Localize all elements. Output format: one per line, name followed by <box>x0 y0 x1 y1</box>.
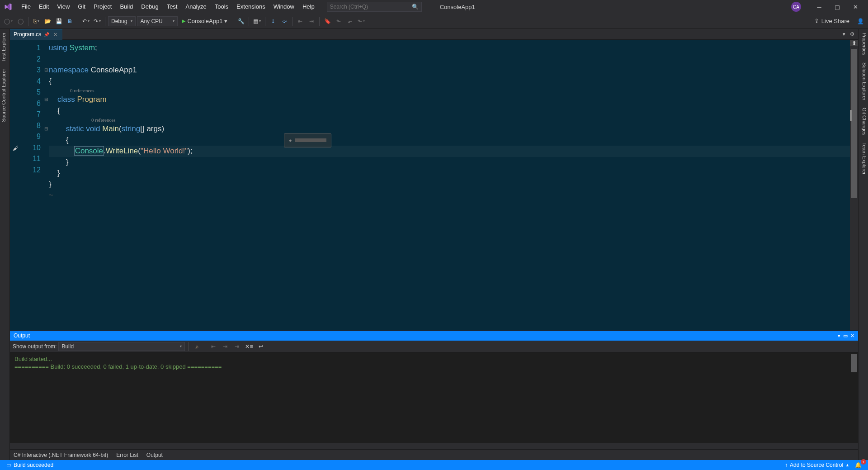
line-number: 3 <box>24 65 41 76</box>
toolbar: ◯▾ ◯ ⎘▾ 📂 💾 🗎 ↶▾ ↷▾ Debug▾ Any CPU▾ ▶ Co… <box>0 14 868 29</box>
menu-git[interactable]: Git <box>74 0 90 14</box>
output-vscroll[interactable] <box>851 354 857 372</box>
build-status[interactable]: ▭ Build succeeded <box>4 460 56 470</box>
bottom-tab-error[interactable]: Error List <box>115 450 139 460</box>
bookmark-button[interactable]: 🔖 <box>322 16 332 26</box>
config-combo[interactable]: Debug▾ <box>108 16 136 26</box>
output-source-combo[interactable]: Build▾ <box>58 342 185 351</box>
side-tab-source-control-explorer[interactable]: Source Control Explorer <box>0 65 9 125</box>
bottom-tab-output[interactable]: Output <box>146 450 164 460</box>
output-header[interactable]: Output ▾ ▭ ✕ <box>10 331 858 341</box>
glyph-margin: 🖌 <box>10 40 24 330</box>
menu-help[interactable]: Help <box>298 0 319 14</box>
nav-forward-button[interactable]: ◯ <box>15 16 25 26</box>
search-input[interactable] <box>330 4 412 10</box>
line-number: 6 <box>24 98 41 109</box>
code-area[interactable]: using System; namespace ConsoleApp1 { 0 … <box>49 40 850 330</box>
side-tab-properties[interactable]: Properties <box>859 29 868 59</box>
line-number: 5 <box>24 87 41 98</box>
tab-dropdown-button[interactable]: ▾ <box>841 30 847 38</box>
output-close-button[interactable]: ✕ <box>850 333 854 339</box>
tb-btn-1[interactable]: 🔧 <box>236 16 246 26</box>
line-number: 1 <box>24 43 41 54</box>
search-box[interactable]: 🔍 <box>327 2 422 12</box>
side-tab-test-explorer[interactable]: Test Explorer <box>0 29 9 65</box>
editor-vscroll[interactable]: ⬍ <box>850 40 858 330</box>
main-area: Test ExplorerSource Control Explorer Pro… <box>0 29 868 460</box>
save-all-button[interactable]: 🗎 <box>65 16 75 26</box>
bottom-tab-c#[interactable]: C# Interactive (.NET Framework 64-bit) <box>13 450 109 460</box>
output-from-label: Show output from: <box>13 343 57 350</box>
output-body[interactable]: Build started...========== Build: 0 succ… <box>10 352 858 443</box>
indent-left-button[interactable]: ⇤ <box>295 16 305 26</box>
step-into-button[interactable]: ⤓ <box>268 16 278 26</box>
menu-analyze[interactable]: Analyze <box>181 0 210 14</box>
platform-combo[interactable]: Any CPU▾ <box>137 16 178 26</box>
split-handle[interactable]: ⬍ <box>850 40 858 46</box>
output-line: ========== Build: 0 succeeded, 0 failed,… <box>14 363 854 370</box>
menu-file[interactable]: File <box>17 0 35 14</box>
side-tab-team-explorer[interactable]: Team Explorer <box>859 139 868 178</box>
codelens-ref[interactable]: 0 references <box>49 87 850 94</box>
prev-bookmark-button[interactable]: ⬑ <box>334 16 344 26</box>
minimize-button[interactable]: ─ <box>810 0 828 14</box>
open-file-button[interactable]: 📂 <box>42 16 52 26</box>
next-bookmark-button[interactable]: ⬐ <box>345 16 355 26</box>
menu-edit[interactable]: Edit <box>35 0 53 14</box>
save-button[interactable]: 💾 <box>54 16 64 26</box>
menu-test[interactable]: Test <box>163 0 182 14</box>
search-icon: 🔍 <box>412 4 419 10</box>
add-source-control[interactable]: ↑ Add to Source Control ▲ <box>782 460 852 470</box>
menu-tools[interactable]: Tools <box>211 0 232 14</box>
close-tab-button[interactable]: ✕ <box>52 32 59 38</box>
output-wrap-button[interactable]: ↩ <box>256 342 266 351</box>
menu-window[interactable]: Window <box>269 0 298 14</box>
redo-button[interactable]: ↷▾ <box>92 16 102 26</box>
output-clear-button[interactable]: ✕≡ <box>244 342 254 351</box>
step-over-button[interactable]: ⤼ <box>279 16 289 26</box>
output-toolbar: Show output from: Build▾ ⌕ ⇤ ⇥ ⇥ ✕≡ ↩ <box>10 341 858 352</box>
output-prev-button[interactable]: ⇤ <box>208 342 218 351</box>
menu-project[interactable]: Project <box>90 0 116 14</box>
notifications-button[interactable]: 🔔 1 <box>852 460 864 470</box>
document-tabs: Program.cs 📌 ✕ ▾ ⚙ <box>10 29 858 40</box>
inline-hint[interactable]: ● <box>284 133 331 147</box>
tab-settings-button[interactable]: ⚙ <box>848 30 856 38</box>
screwdriver-icon[interactable]: 🖌 <box>13 145 19 152</box>
close-button[interactable]: ✕ <box>846 0 864 14</box>
side-tab-git-changes[interactable]: Git Changes <box>859 104 868 139</box>
left-side-tabs: Test ExplorerSource Control Explorer <box>0 29 10 460</box>
side-tab-solution-explorer[interactable]: Solution Explorer <box>859 59 868 104</box>
output-goto-button[interactable]: ⇥ <box>232 342 242 351</box>
menu-build[interactable]: Build <box>116 0 137 14</box>
chevron-up-icon: ▲ <box>845 463 849 467</box>
menu-extensions[interactable]: Extensions <box>232 0 269 14</box>
clear-bookmarks-button[interactable]: ⬑▾ <box>356 16 366 26</box>
user-avatar[interactable]: CA <box>791 2 801 12</box>
live-share-button[interactable]: ⇪ Live Share <box>814 18 849 24</box>
output-restore-button[interactable]: ▭ <box>843 333 848 339</box>
maximize-button[interactable]: ▢ <box>828 0 846 14</box>
nav-back-button[interactable]: ◯▾ <box>3 16 14 26</box>
output-next-button[interactable]: ⇥ <box>220 342 230 351</box>
output-dropdown-button[interactable]: ▾ <box>838 333 840 339</box>
statusbar: ▭ Build succeeded ↑ Add to Source Contro… <box>0 460 868 470</box>
feedback-button[interactable]: 👤 <box>855 16 865 26</box>
menu-view[interactable]: View <box>53 0 74 14</box>
fold-column[interactable]: ⊟ ⊟ ⊟ <box>43 40 49 330</box>
main-menu: FileEditViewGitProjectBuildDebugTestAnal… <box>17 0 319 14</box>
menu-debug[interactable]: Debug <box>137 0 162 14</box>
undo-button[interactable]: ↶▾ <box>81 16 91 26</box>
tab-program-cs[interactable]: Program.cs 📌 ✕ <box>10 29 62 40</box>
new-project-button[interactable]: ⎘▾ <box>31 16 41 26</box>
output-hscroll[interactable] <box>10 443 858 449</box>
code-editor[interactable]: 🖌 123456789101112 ⊟ ⊟ ⊟ using System; na… <box>10 40 858 330</box>
start-debug-button[interactable]: ▶ ConsoleApp1▾ <box>179 16 230 26</box>
line-number: 10 <box>24 142 41 154</box>
output-find-button[interactable]: ⌕ <box>192 342 202 351</box>
pin-icon[interactable]: 📌 <box>44 32 49 37</box>
tb-btn-2[interactable]: ▦▾ <box>252 16 262 26</box>
codelens-ref[interactable]: 0 references <box>49 116 850 123</box>
play-icon: ▶ <box>182 18 185 24</box>
indent-right-button[interactable]: ⇥ <box>307 16 316 26</box>
